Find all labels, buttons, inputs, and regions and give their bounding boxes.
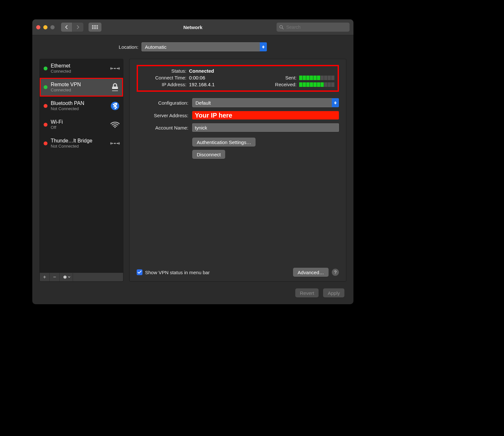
service-item-text: Bluetooth PANNot Connected xyxy=(51,100,107,111)
svg-rect-0 xyxy=(92,25,93,26)
service-status: Connected xyxy=(51,69,107,74)
chevron-up-down-icon xyxy=(260,42,267,51)
account-name-field[interactable]: tynick xyxy=(192,123,339,132)
svg-rect-10 xyxy=(95,28,96,29)
location-value: Automatic xyxy=(145,44,166,50)
authentication-settings-button[interactable]: Authentication Settings… xyxy=(192,138,256,147)
location-row: Location: Automatic xyxy=(32,35,353,59)
account-name-value: tynick xyxy=(195,125,207,130)
back-button[interactable] xyxy=(61,23,72,32)
minimize-window-button[interactable] xyxy=(43,25,47,29)
service-actions-menu[interactable] xyxy=(60,273,73,281)
received-meter xyxy=(299,82,334,87)
disconnect-button[interactable]: Disconnect xyxy=(192,150,225,159)
svg-rect-5 xyxy=(94,27,95,28)
status-dot-icon xyxy=(44,85,47,89)
service-status: Connected xyxy=(51,88,107,93)
toolbar: Network xyxy=(32,19,353,35)
search-input[interactable] xyxy=(286,24,347,30)
apply-button[interactable]: Apply xyxy=(323,288,344,297)
service-list-panel: EthernetConnectedRemote VPNConnectedBlue… xyxy=(39,59,123,282)
status-value: Connected xyxy=(189,68,214,74)
nav-history-segment xyxy=(61,23,83,32)
service-detail-panel: Status: Connected Connect Time: 0:00:06 … xyxy=(129,59,346,282)
service-item-lock[interactable]: Remote VPNConnected xyxy=(40,78,123,97)
configuration-label: Configuration: xyxy=(137,100,192,106)
show-vpn-menu-label: Show VPN status in menu bar xyxy=(145,270,210,275)
service-status: Not Connected xyxy=(51,144,107,149)
service-name: Remote VPN xyxy=(51,82,107,88)
service-list: EthernetConnectedRemote VPNConnectedBlue… xyxy=(40,59,123,273)
chevron-down-icon xyxy=(68,276,70,278)
search-icon xyxy=(279,25,284,29)
service-status: Not Connected xyxy=(51,107,107,111)
location-label: Location: xyxy=(119,44,139,50)
status-dot-icon xyxy=(44,104,47,108)
help-button[interactable]: ? xyxy=(332,269,339,276)
lock-icon xyxy=(110,82,120,92)
ethernet-icon xyxy=(110,64,120,73)
location-select[interactable]: Automatic xyxy=(142,42,267,51)
svg-rect-9 xyxy=(94,28,95,29)
svg-rect-4 xyxy=(92,27,93,28)
sent-label: Sent: xyxy=(285,75,297,80)
connect-time-label: Connect Time: xyxy=(141,75,189,80)
ip-value: 192.168.4.1 xyxy=(189,82,215,87)
zoom-window-button[interactable] xyxy=(50,25,55,29)
svg-rect-8 xyxy=(92,28,93,29)
ip-label: IP Address: xyxy=(141,82,189,87)
check-icon xyxy=(138,271,142,274)
svg-rect-2 xyxy=(95,25,96,26)
traffic-lights xyxy=(36,25,55,29)
connect-time-value: 0:00:06 xyxy=(189,75,205,80)
svg-rect-19 xyxy=(112,90,118,91)
server-address-value: Your IP here xyxy=(195,112,232,119)
service-name: Bluetooth PAN xyxy=(51,100,107,106)
status-box: Status: Connected Connect Time: 0:00:06 … xyxy=(137,65,339,92)
service-item-text: Wi-FiOff xyxy=(51,119,107,130)
wifi-icon xyxy=(110,120,120,130)
ethernet-icon xyxy=(110,139,120,148)
server-address-field[interactable]: Your IP here xyxy=(192,111,339,119)
status-label: Status: xyxy=(141,68,189,74)
network-preferences-window: Network Location: Automatic EthernetConn… xyxy=(32,19,353,304)
add-service-button[interactable]: + xyxy=(40,273,50,281)
status-dot-icon xyxy=(44,141,47,145)
service-name: Thunde…lt Bridge xyxy=(51,138,107,144)
revert-button[interactable]: Revert xyxy=(295,288,319,297)
search-field[interactable] xyxy=(277,23,350,32)
service-name: Ethernet xyxy=(51,63,107,69)
show-all-button[interactable] xyxy=(89,23,101,32)
configuration-select[interactable]: Default xyxy=(192,98,339,107)
bluetooth-icon xyxy=(110,101,120,111)
svg-rect-7 xyxy=(97,27,98,28)
svg-line-13 xyxy=(282,28,283,29)
configuration-value: Default xyxy=(195,100,211,106)
close-window-button[interactable] xyxy=(36,25,40,29)
received-label: Received: xyxy=(275,82,297,87)
service-list-toolbar: + − xyxy=(40,273,123,281)
advanced-button[interactable]: Advanced… xyxy=(293,268,329,277)
svg-point-21 xyxy=(114,127,116,128)
svg-rect-6 xyxy=(95,27,96,28)
svg-rect-1 xyxy=(94,25,95,26)
account-name-label: Account Name: xyxy=(137,125,192,130)
service-item-ethernet[interactable]: EthernetConnected xyxy=(40,59,123,78)
sent-meter xyxy=(299,76,334,80)
chevron-up-down-icon xyxy=(332,98,339,107)
forward-button[interactable] xyxy=(72,23,83,32)
show-vpn-menu-checkbox[interactable] xyxy=(137,269,142,275)
gear-icon xyxy=(62,275,67,279)
service-item-ethernet[interactable]: Thunde…lt BridgeNot Connected xyxy=(40,134,123,153)
footer: Revert Apply xyxy=(32,282,353,304)
service-status: Off xyxy=(51,125,107,130)
remove-service-button[interactable]: − xyxy=(50,273,60,281)
svg-rect-3 xyxy=(97,25,98,26)
service-item-wifi[interactable]: Wi-FiOff xyxy=(40,115,123,134)
service-item-text: Remote VPNConnected xyxy=(51,82,107,92)
server-address-label: Server Address: xyxy=(137,113,192,118)
status-dot-icon xyxy=(44,123,47,127)
service-item-text: EthernetConnected xyxy=(51,63,107,74)
svg-rect-11 xyxy=(97,28,98,29)
service-item-bluetooth[interactable]: Bluetooth PANNot Connected xyxy=(40,97,123,115)
